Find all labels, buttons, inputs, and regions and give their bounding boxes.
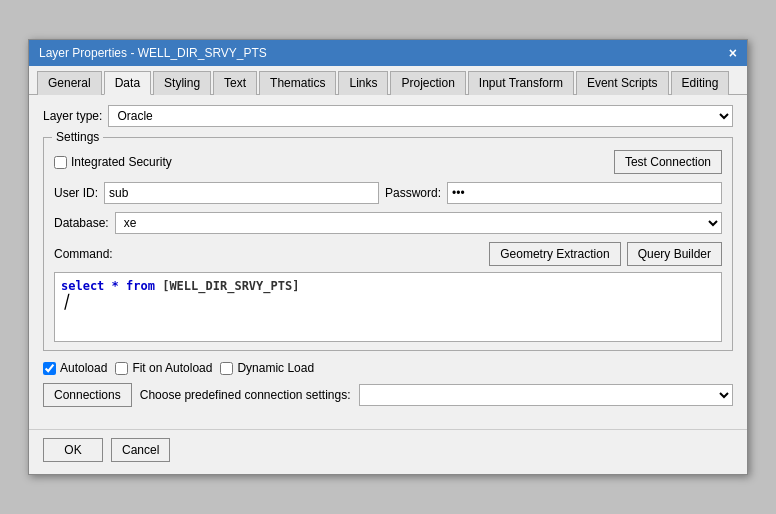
integrated-security-label[interactable]: Integrated Security: [54, 155, 172, 169]
userid-input[interactable]: [104, 182, 379, 204]
command-sql-text: select * from: [61, 279, 162, 293]
layer-type-label: Layer type:: [43, 109, 102, 123]
title-bar: Layer Properties - WELL_DIR_SRVY_PTS ×: [29, 40, 747, 66]
autoload-checkbox[interactable]: [43, 362, 56, 375]
close-button[interactable]: ×: [729, 46, 737, 60]
dynamic-load-checkbox[interactable]: [220, 362, 233, 375]
layer-type-select[interactable]: Oracle: [108, 105, 733, 127]
command-area[interactable]: select * from [WELL_DIR_SRVY_PTS] |: [54, 272, 722, 342]
text-cursor-icon: |: [61, 293, 71, 309]
dynamic-load-label[interactable]: Dynamic Load: [220, 361, 314, 375]
settings-content: Integrated Security Test Connection User…: [54, 150, 722, 342]
tab-input-transform[interactable]: Input Transform: [468, 71, 574, 95]
fit-on-autoload-label[interactable]: Fit on Autoload: [115, 361, 212, 375]
predefined-select[interactable]: [359, 384, 733, 406]
database-label: Database:: [54, 216, 109, 230]
cancel-button[interactable]: Cancel: [111, 438, 170, 462]
tab-bar: General Data Styling Text Thematics Link…: [29, 66, 747, 95]
fit-on-autoload-checkbox[interactable]: [115, 362, 128, 375]
password-label: Password:: [385, 186, 441, 200]
tab-styling[interactable]: Styling: [153, 71, 211, 95]
tab-editing[interactable]: Editing: [671, 71, 730, 95]
connections-button[interactable]: Connections: [43, 383, 132, 407]
tab-data[interactable]: Data: [104, 71, 151, 95]
database-select[interactable]: xe: [115, 212, 722, 234]
geometry-extraction-button[interactable]: Geometry Extraction: [489, 242, 620, 266]
userid-password-row: User ID: Password:: [54, 182, 722, 204]
dialog-footer: OK Cancel: [29, 429, 747, 474]
predefined-label: Choose predefined connection settings:: [140, 388, 351, 402]
settings-legend: Settings: [52, 130, 103, 144]
settings-group: Settings Integrated Security Test Connec…: [43, 137, 733, 351]
integrated-security-checkbox[interactable]: [54, 156, 67, 169]
autoload-row: Autoload Fit on Autoload Dynamic Load: [43, 361, 733, 375]
dialog-title: Layer Properties - WELL_DIR_SRVY_PTS: [39, 46, 267, 60]
tab-text[interactable]: Text: [213, 71, 257, 95]
tab-content: Layer type: Oracle Settings Integrated S…: [29, 95, 747, 425]
tab-event-scripts[interactable]: Event Scripts: [576, 71, 669, 95]
tab-links[interactable]: Links: [338, 71, 388, 95]
tab-projection[interactable]: Projection: [390, 71, 465, 95]
command-label: Command:: [54, 247, 113, 261]
password-input[interactable]: [447, 182, 722, 204]
command-row: Command: Geometry Extraction Query Build…: [54, 242, 722, 266]
tab-general[interactable]: General: [37, 71, 102, 95]
ok-button[interactable]: OK: [43, 438, 103, 462]
test-connection-button[interactable]: Test Connection: [614, 150, 722, 174]
command-bracket-text: [WELL_DIR_SRVY_PTS]: [162, 279, 299, 293]
tab-thematics[interactable]: Thematics: [259, 71, 336, 95]
query-builder-button[interactable]: Query Builder: [627, 242, 722, 266]
autoload-label[interactable]: Autoload: [43, 361, 107, 375]
integrated-security-row: Integrated Security Test Connection: [54, 150, 722, 174]
database-row: Database: xe: [54, 212, 722, 234]
connections-row: Connections Choose predefined connection…: [43, 383, 733, 407]
layer-type-row: Layer type: Oracle: [43, 105, 733, 127]
layer-properties-dialog: Layer Properties - WELL_DIR_SRVY_PTS × G…: [28, 39, 748, 475]
userid-label: User ID:: [54, 186, 98, 200]
